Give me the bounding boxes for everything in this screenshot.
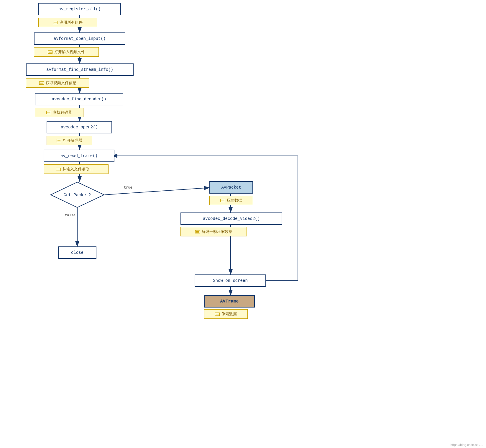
node-av-read-frame: av_read_frame() xyxy=(44,150,114,162)
note-icon-6 xyxy=(56,168,61,171)
label-avformat-find-stream-info: 获取视频文件信息 xyxy=(26,78,89,88)
label-avframe: 像素数据 xyxy=(204,309,248,319)
svg-text:Get Packet?: Get Packet? xyxy=(64,193,91,197)
label-avformat-open-input: 打开输入视频文件 xyxy=(34,47,99,57)
node-avpacket: AVPacket xyxy=(209,181,253,194)
watermark: https://blog.csdn.net/... xyxy=(450,443,483,447)
label-avpacket: 压缩数据 xyxy=(209,196,253,205)
label-av-register-all: 注册所有组件 xyxy=(38,18,97,27)
note-icon-5 xyxy=(57,139,61,142)
svg-line-7 xyxy=(105,188,209,195)
node-close: close xyxy=(58,246,96,259)
node-avcodec-decode-video2: avcodec_decode_video2() xyxy=(180,212,282,225)
node-av-register-all: av_register_all() xyxy=(38,3,121,15)
note-icon-7 xyxy=(220,199,225,202)
note-icon-2 xyxy=(48,50,52,54)
node-avcodec-find-decoder: avcodec_find_decoder() xyxy=(35,93,123,105)
node-avformat-open-input: avformat_open_input() xyxy=(34,32,125,45)
node-avframe: AVFrame xyxy=(204,295,255,308)
label-avcodec-open2: 打开解码器 xyxy=(47,136,92,145)
label-false: false xyxy=(65,212,75,218)
note-icon-4 xyxy=(46,111,51,114)
note-icon-8 xyxy=(195,230,200,233)
node-show-on-screen: Show on screen xyxy=(195,274,266,287)
note-icon-3 xyxy=(39,81,44,85)
label-true: true xyxy=(124,185,132,190)
note-icon-9 xyxy=(215,313,220,316)
node-avcodec-open2: avcodec_open2() xyxy=(47,121,112,133)
note-icon xyxy=(53,21,58,24)
flowchart-container: av_register_all() 注册所有组件 avformat_open_i… xyxy=(0,0,486,448)
label-avcodec-decode-video2: 解码一帧压缩数据 xyxy=(180,227,247,236)
label-avcodec-find-decoder: 查找解码器 xyxy=(35,108,83,117)
label-av-read-frame: 从输入文件读取... xyxy=(44,164,109,174)
node-avformat-find-stream-info: avformat_find_stream_info() xyxy=(26,63,134,76)
node-get-packet-diamond: Get Packet? xyxy=(50,182,105,208)
